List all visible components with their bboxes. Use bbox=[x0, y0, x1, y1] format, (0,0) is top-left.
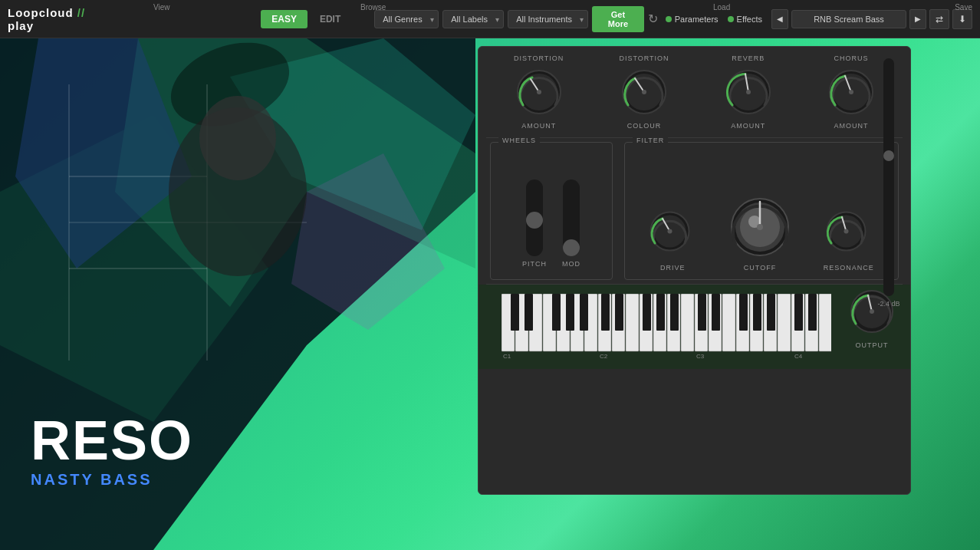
artist-subtitle: NASTY BASS bbox=[31, 471, 193, 489]
svg-rect-70 bbox=[552, 294, 561, 331]
svg-point-21 bbox=[642, 90, 646, 94]
drive-knob[interactable] bbox=[649, 210, 696, 258]
svg-rect-76 bbox=[656, 294, 665, 331]
mid-section: WHEELS PITCH MOD bbox=[478, 138, 910, 284]
distortion-amount-group: DISTORTION AMOUNT bbox=[514, 54, 564, 130]
svg-rect-73 bbox=[601, 294, 610, 331]
svg-text:C2: C2 bbox=[600, 353, 608, 359]
svg-text:C1: C1 bbox=[503, 353, 511, 359]
svg-text:C3: C3 bbox=[696, 353, 705, 359]
easy-button[interactable]: EASY bbox=[261, 10, 307, 28]
mod-label: MOD bbox=[562, 260, 580, 268]
cutoff-knob[interactable] bbox=[729, 196, 791, 258]
reverb-top-label: REVERB bbox=[732, 54, 765, 62]
distortion-colour-top-label: DISTORTION bbox=[619, 54, 669, 62]
svg-rect-80 bbox=[739, 294, 748, 331]
resonance-label: RESONANCE bbox=[824, 264, 874, 272]
effects-label: Effects bbox=[737, 15, 762, 24]
main-fader: -2.4 dB bbox=[881, 58, 896, 327]
svg-point-39 bbox=[757, 224, 763, 230]
svg-text:C4: C4 bbox=[794, 353, 803, 359]
distortion-amount-knob[interactable] bbox=[515, 68, 563, 116]
distortion-colour-knob[interactable] bbox=[620, 68, 668, 116]
resonance-knob[interactable] bbox=[825, 210, 873, 258]
parameters-indicator: Parameters bbox=[666, 15, 719, 24]
prev-preset-button[interactable]: ◀ bbox=[771, 9, 788, 29]
genre-dropdown[interactable]: All Genres bbox=[374, 10, 439, 28]
top-bar: Loopcloud // play View EASY EDIT Browse … bbox=[0, 0, 980, 38]
svg-rect-77 bbox=[670, 294, 679, 331]
effects-row: DISTORTION AMOUNT bbox=[478, 47, 910, 137]
pitch-slider-track[interactable] bbox=[526, 179, 543, 256]
get-more-button[interactable]: Get More bbox=[592, 6, 643, 32]
reverb-bottom-label: AMOUNT bbox=[731, 122, 765, 130]
distortion-amount-top-label: DISTORTION bbox=[514, 54, 564, 62]
svg-rect-67 bbox=[819, 294, 831, 351]
logo-slash: // bbox=[77, 6, 85, 19]
svg-point-92 bbox=[870, 309, 874, 314]
load-label: Load bbox=[713, 3, 730, 12]
logo: Loopcloud // play bbox=[8, 6, 115, 32]
drive-group: DRIVE bbox=[649, 210, 696, 272]
logo-text: Loopcloud // play bbox=[8, 6, 115, 32]
chorus-knob[interactable] bbox=[827, 68, 875, 116]
distortion-colour-group: DISTORTION COLOUR bbox=[619, 54, 669, 130]
svg-point-43 bbox=[844, 229, 848, 234]
logo-play: play bbox=[8, 19, 34, 32]
svg-point-17 bbox=[537, 90, 541, 94]
effects-indicator: Effects bbox=[728, 15, 762, 24]
fader-thumb[interactable] bbox=[883, 150, 894, 161]
svg-rect-83 bbox=[794, 294, 803, 331]
reverb-amount-group: REVERB AMOUNT bbox=[725, 54, 772, 130]
effects-dot bbox=[728, 16, 734, 22]
logo-brand: Loopcloud bbox=[8, 6, 74, 19]
mod-slider-thumb[interactable] bbox=[563, 239, 580, 256]
save-button[interactable]: ⬇ bbox=[952, 9, 972, 29]
svg-rect-53 bbox=[626, 294, 639, 351]
save-label: Save bbox=[955, 3, 972, 12]
svg-rect-81 bbox=[753, 294, 761, 331]
genre-dropdown-wrap: All Genres bbox=[374, 10, 439, 28]
svg-rect-68 bbox=[511, 294, 519, 331]
pitch-slider-group: PITCH bbox=[522, 179, 547, 268]
next-preset-button[interactable]: ▶ bbox=[909, 9, 926, 29]
edit-button[interactable]: EDIT bbox=[309, 10, 351, 28]
svg-point-29 bbox=[849, 90, 853, 94]
load-section: Parameters Effects ◀ RNB Scream Bass ▶ ⇄… bbox=[666, 9, 972, 29]
instrument-dropdown[interactable]: All Instruments bbox=[508, 10, 588, 28]
output-label: OUTPUT bbox=[856, 341, 889, 349]
svg-rect-84 bbox=[808, 294, 817, 331]
svg-rect-75 bbox=[643, 294, 651, 331]
view-buttons: EASY EDIT bbox=[261, 10, 351, 28]
pitch-slider-thumb[interactable] bbox=[526, 212, 543, 229]
svg-rect-69 bbox=[525, 294, 533, 331]
drive-label: DRIVE bbox=[660, 264, 686, 272]
reverb-knob[interactable] bbox=[725, 68, 772, 116]
mod-slider-track[interactable] bbox=[563, 179, 580, 256]
svg-rect-74 bbox=[615, 294, 623, 331]
svg-rect-78 bbox=[698, 294, 706, 331]
svg-rect-72 bbox=[580, 294, 588, 331]
piano-section: C1 C2 C3 C4 OUTPUT bbox=[478, 285, 910, 369]
chorus-bottom-label: AMOUNT bbox=[834, 122, 868, 130]
browse-section: All Genres All Labels All Instruments Ge… bbox=[374, 6, 657, 32]
cutoff-label: CUTOFF bbox=[744, 264, 776, 272]
label-dropdown[interactable]: All Labels bbox=[442, 10, 504, 28]
parameters-label: Parameters bbox=[675, 15, 719, 24]
resonance-group: RESONANCE bbox=[824, 210, 874, 272]
preset-name: RNB Scream Bass bbox=[791, 10, 906, 28]
svg-rect-60 bbox=[722, 294, 735, 351]
filter-section: FILTER bbox=[624, 142, 899, 280]
svg-point-25 bbox=[746, 90, 751, 94]
refresh-button[interactable]: ↻ bbox=[648, 12, 658, 26]
main-content: RESO NASTY BASS DISTORTION bbox=[0, 38, 980, 550]
synth-panel: DISTORTION AMOUNT bbox=[478, 46, 911, 495]
shuffle-button[interactable]: ⇄ bbox=[929, 9, 949, 29]
distortion-amount-bottom-label: AMOUNT bbox=[521, 122, 556, 130]
fader-track[interactable] bbox=[883, 58, 894, 296]
svg-rect-71 bbox=[566, 294, 574, 331]
svg-rect-57 bbox=[681, 294, 694, 351]
svg-rect-79 bbox=[712, 294, 720, 331]
cutoff-group: CUTOFF bbox=[729, 196, 791, 272]
svg-rect-82 bbox=[767, 294, 775, 331]
